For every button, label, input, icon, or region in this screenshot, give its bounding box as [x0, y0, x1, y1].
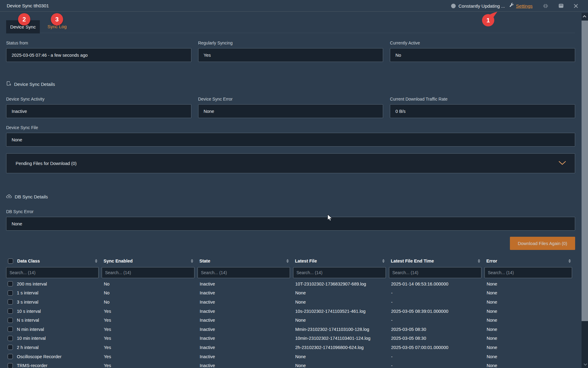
column-header-latest-file[interactable]: Latest File: [293, 259, 389, 263]
table-row[interactable]: 200 ms intervalNoInactive10T-23102302-17…: [6, 279, 575, 289]
close-window-button[interactable]: [574, 4, 578, 8]
column-header-error[interactable]: Error: [484, 259, 575, 263]
row-checkbox[interactable]: [8, 299, 13, 305]
cell-text: None: [295, 290, 306, 295]
device-sync-field-row: Device Sync Activity Inactive Device Syn…: [6, 97, 575, 118]
table-row[interactable]: 3 s intervalNoInactiveNone-None: [6, 297, 575, 307]
cell-text: None: [487, 309, 497, 314]
search-input-error[interactable]: [484, 267, 572, 278]
cell-text: Inactive: [200, 318, 215, 323]
column-header-label: Sync Enabled: [104, 259, 133, 263]
sort-icon[interactable]: [95, 259, 97, 263]
field-device-sync-file: Device Sync File None: [6, 125, 575, 147]
field-label: Device Sync Error: [198, 97, 383, 102]
table-cell: Yes: [102, 309, 198, 314]
table-cell: Inactive: [198, 363, 293, 368]
sort-icon[interactable]: [191, 259, 193, 263]
cell-text: Inactive: [200, 354, 215, 359]
table-cell: 10 s interval: [6, 309, 102, 314]
field-value-sync-error: None: [198, 104, 383, 118]
table-cell: Inactive: [198, 345, 293, 350]
table-row[interactable]: 10 min intervalYesInactive10min-23102302…: [6, 334, 575, 343]
field-label: DB Sync Error: [6, 209, 575, 214]
table-row[interactable]: N s intervalYesInactiveNone-None: [6, 316, 575, 325]
table-row[interactable]: Oscilloscope RecorderYesInactiveNone-Non…: [6, 352, 575, 361]
search-input-latest-file[interactable]: [293, 267, 386, 278]
data-class-table: Data ClassSync EnabledStateLatest FileLa…: [6, 256, 575, 368]
row-checkbox[interactable]: [8, 345, 13, 350]
cell-text: No: [104, 290, 110, 295]
collapse-window-button[interactable]: [543, 4, 548, 8]
search-input-state[interactable]: [198, 267, 290, 278]
cell-text: None: [295, 300, 306, 305]
cell-text: None: [487, 282, 497, 286]
search-input-data-class[interactable]: [6, 267, 99, 278]
cell-text: Yes: [104, 336, 111, 341]
search-input-sync-enabled[interactable]: [102, 267, 194, 278]
section-title: Device Sync Details: [14, 82, 55, 87]
cell-text: -: [391, 354, 393, 359]
cell-text: Inactive: [200, 309, 215, 314]
cell-text: None: [487, 327, 497, 332]
column-header-latest-file-end-time[interactable]: Latest File End Time: [389, 259, 484, 263]
field-device-sync-activity: Device Sync Activity Inactive: [6, 97, 191, 118]
section-title: DB Sync Details: [15, 194, 48, 199]
sort-icon[interactable]: [478, 259, 480, 263]
row-checkbox[interactable]: [8, 354, 13, 359]
table-cell: 2025-03-05 08:30: [389, 336, 484, 341]
row-checkbox[interactable]: [8, 309, 13, 314]
chevron-up-icon: [582, 15, 586, 19]
table-row[interactable]: TRMS-recorderYesInactiveNone-None: [6, 361, 575, 368]
cell-text: Yes: [104, 345, 111, 350]
field-value-sync-file: None: [6, 133, 575, 147]
cell-text: 2025-01-14 06:53:16.000000: [391, 282, 448, 286]
row-checkbox[interactable]: [8, 281, 13, 286]
download-files-again-button[interactable]: Download Files Again (0): [510, 237, 575, 250]
cell-text: None: [295, 354, 306, 359]
cell-text: Inactive: [200, 290, 215, 295]
scrollbar-up-button[interactable]: [582, 13, 588, 20]
cell-text: None: [487, 363, 497, 368]
settings-link-label: Settings: [516, 3, 533, 9]
table-cell: 10min-23102302-1741103401-124.log: [293, 336, 389, 341]
table-cell: 10s-23102302-1741103521-461.log: [293, 309, 389, 314]
maximize-window-button[interactable]: [559, 4, 564, 8]
column-header-data-class[interactable]: Data Class: [6, 259, 102, 264]
field-download-traffic-rate: Current Download Traffic Rate 0 B/s: [390, 97, 575, 118]
cell-text: None: [487, 300, 497, 305]
table-cell: None: [484, 282, 575, 286]
cell-text: 10 s interval: [17, 309, 41, 314]
row-checkbox[interactable]: [8, 327, 13, 332]
select-all-checkbox[interactable]: [8, 259, 13, 264]
row-checkbox[interactable]: [8, 336, 13, 341]
sort-icon[interactable]: [568, 259, 571, 263]
scrollbar-down-button[interactable]: [582, 361, 588, 368]
row-checkbox[interactable]: [8, 318, 13, 323]
row-checkbox[interactable]: [8, 290, 13, 296]
status-field-row: Status from 2025-03-05 07:46 - a few sec…: [6, 40, 575, 62]
table-row[interactable]: 10 s intervalYesInactive10s-23102302-174…: [6, 307, 575, 316]
pending-files-panel[interactable]: Pending Files for Download (0): [6, 153, 575, 173]
field-value-sync-activity: Inactive: [6, 104, 191, 118]
search-input-latest-file-end-time[interactable]: [389, 267, 481, 278]
table-cell: Yes: [102, 318, 198, 323]
table-row[interactable]: 1 s intervalNoInactiveNone-None: [6, 289, 575, 298]
row-checkbox[interactable]: [8, 363, 13, 368]
settings-link[interactable]: Settings: [509, 3, 533, 9]
sort-icon[interactable]: [286, 259, 289, 263]
callout-badge-2: 2: [18, 13, 30, 25]
table-row[interactable]: 2 h intervalYesInactive2h-23102302-17410…: [6, 343, 575, 352]
cell-text: None: [487, 336, 497, 341]
scrollbar-thumb[interactable]: [582, 21, 588, 321]
field-label: Current Download Traffic Rate: [390, 97, 575, 102]
cell-text: 2025-03-05 07:00:01.000000: [391, 345, 448, 350]
table-row[interactable]: N min intervalYesInactiveMmin-23102302-1…: [6, 325, 575, 334]
device-download-icon: [6, 81, 11, 87]
column-header-state[interactable]: State: [198, 259, 293, 263]
vertical-scrollbar[interactable]: [582, 13, 588, 368]
sort-icon[interactable]: [382, 259, 385, 263]
cell-text: 10 min interval: [17, 336, 46, 341]
column-header-sync-enabled[interactable]: Sync Enabled: [102, 259, 198, 263]
chevron-down-icon[interactable]: [558, 161, 566, 166]
table-cell: None: [484, 309, 575, 314]
